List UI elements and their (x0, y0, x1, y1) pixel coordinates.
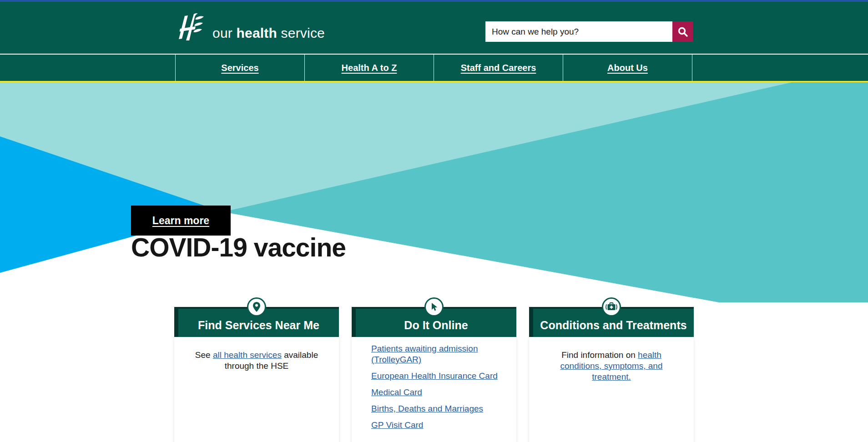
medical-card-link[interactable]: Medical Card (371, 387, 422, 397)
nav-item-health-a-to-z[interactable]: Health A to Z (304, 55, 434, 81)
cursor-icon (429, 302, 439, 312)
search-button[interactable] (672, 21, 693, 42)
card-text: Find information on (561, 350, 638, 360)
card-title: Conditions and Treatments (540, 319, 686, 332)
card-body: Patients awaiting admission (TrolleyGAR)… (352, 337, 516, 442)
search-icon (677, 26, 689, 38)
search-input[interactable] (485, 21, 672, 42)
all-health-services-link[interactable]: all health services (213, 350, 282, 360)
list-item: Patients awaiting admission (TrolleyGAR) (371, 343, 505, 365)
card-icon-circle (424, 297, 444, 316)
list-item: Births, Deaths and Marriages (371, 403, 505, 414)
card-icon-circle (247, 297, 266, 316)
card-title: Find Services Near Me (198, 319, 319, 332)
list-item: GP Visit Card (371, 420, 505, 431)
main-nav: Services Health A to Z Staff and Careers… (0, 54, 868, 82)
card-do-it-online: Do It Online Patients awaiting admission… (352, 297, 516, 442)
site-wordmark: our health service (212, 25, 325, 41)
nav-item-about-us[interactable]: About Us (563, 55, 692, 81)
home-link[interactable]: our health service (175, 13, 325, 41)
hero-background-shapes (0, 82, 868, 302)
first-aid-kit-icon (606, 302, 617, 312)
card-title: Do It Online (404, 319, 468, 332)
list-item: European Health Insurance Card (371, 371, 505, 382)
nav-item-staff-and-careers[interactable]: Staff and Careers (434, 55, 563, 81)
ehic-link[interactable]: European Health Insurance Card (371, 371, 498, 381)
quick-links-section: Find Services Near Me See all health ser… (174, 297, 694, 442)
card-conditions-and-treatments: Conditions and Treatments Find informati… (529, 297, 694, 442)
card-find-services-near-me: Find Services Near Me See all health ser… (174, 297, 339, 442)
card-icon-circle (602, 297, 621, 316)
gp-visit-card-link[interactable]: GP Visit Card (371, 420, 423, 430)
online-services-list: Patients awaiting admission (TrolleyGAR)… (352, 337, 516, 431)
nav-items: Services Health A to Z Staff and Careers… (175, 55, 692, 81)
learn-more-button[interactable]: Learn more (131, 206, 231, 236)
list-item: Medical Card (371, 387, 505, 398)
births-deaths-marriages-link[interactable]: Births, Deaths and Marriages (371, 404, 483, 413)
card-body: Find information on health conditions, s… (529, 337, 694, 442)
location-pin-icon (252, 301, 262, 312)
nav-item-services[interactable]: Services (175, 55, 304, 81)
search-bar (485, 21, 693, 42)
trolleygar-link[interactable]: Patients awaiting admission (TrolleyGAR) (371, 344, 478, 364)
hero-banner: COVID-19 vaccine Learn more (0, 82, 868, 302)
hero-title: COVID-19 vaccine (131, 232, 346, 262)
site-header: our health service (0, 2, 868, 54)
card-text: See (195, 350, 213, 360)
card-body: See all health services available throug… (174, 337, 339, 442)
hse-logo (175, 13, 204, 41)
